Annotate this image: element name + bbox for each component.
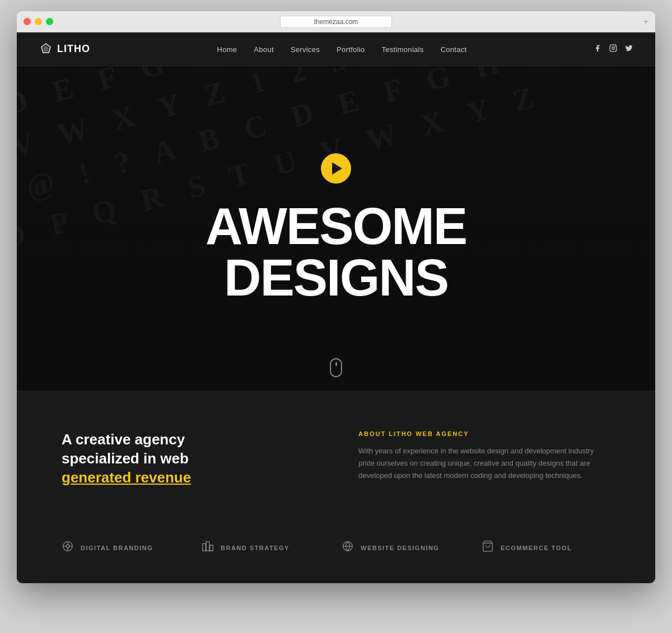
about-left-col: A creative agency specialized in web gen…	[62, 430, 314, 489]
logo-text: LITHO	[57, 43, 90, 55]
tagline-highlight: generated revenue	[62, 469, 191, 486]
social-links	[594, 44, 633, 54]
svg-rect-12	[206, 542, 209, 551]
maximize-button[interactable]	[46, 18, 53, 25]
nav-testimonials[interactable]: Testimonials	[381, 45, 423, 54]
service-label-ecommerce: ECOMMERCE TOOL	[501, 545, 572, 551]
service-item-ecommerce[interactable]: ECOMMERCE TOOL	[482, 540, 610, 555]
service-label-branding: DIGITAL BRANDING	[81, 545, 153, 551]
service-item-strategy[interactable]: BRAND STRATEGY	[202, 540, 330, 555]
svg-point-3	[612, 47, 615, 50]
ecommerce-tool-icon	[482, 540, 495, 555]
expand-icon[interactable]: +	[643, 17, 648, 27]
svg-point-6	[66, 545, 69, 548]
nav-portfolio[interactable]: Portfolio	[337, 45, 365, 54]
scroll-indicator[interactable]	[330, 358, 342, 377]
play-button[interactable]	[321, 153, 351, 184]
navbar: LITHO Home About Services Portfolio Test…	[17, 32, 655, 66]
mouse-dot	[335, 362, 337, 366]
nav-home[interactable]: Home	[217, 45, 237, 54]
service-item-design[interactable]: WEBSITE DESIGNING	[342, 540, 470, 555]
website-designing-icon	[342, 540, 355, 555]
hero-content: AWESOME DESIGNS	[206, 153, 466, 303]
about-tagline: A creative agency specialized in web gen…	[62, 430, 314, 487]
browser-window: themezaa.com + LITHO Home About Services…	[17, 11, 655, 583]
svg-rect-2	[610, 45, 617, 51]
service-label-design: WEBSITE DESIGNING	[361, 545, 439, 551]
nav-contact[interactable]: Contact	[441, 45, 467, 54]
twitter-icon[interactable]	[625, 44, 633, 54]
hero-title: AWESOME DESIGNS	[206, 200, 466, 303]
nav-services[interactable]: Services	[291, 45, 320, 54]
url-bar[interactable]: themezaa.com	[280, 16, 392, 28]
browser-titlebar: themezaa.com +	[17, 11, 655, 32]
svg-rect-11	[203, 544, 206, 551]
brand-strategy-icon	[202, 540, 215, 555]
hero-section: AWESOME DESIGNS	[17, 66, 655, 391]
logo[interactable]: LITHO	[39, 43, 90, 56]
svg-marker-1	[43, 45, 49, 51]
tagline-line1: A creative agency	[62, 431, 185, 448]
tagline-line2: specialized in web	[62, 450, 189, 467]
nav-about[interactable]: About	[254, 45, 273, 54]
about-right-col: ABOUT LITHO WEB AGENCY With years of exp…	[358, 430, 610, 489]
about-section: A creative agency specialized in web gen…	[17, 391, 655, 523]
logo-icon	[39, 43, 53, 56]
svg-rect-13	[210, 546, 213, 551]
services-strip: DIGITAL BRANDING BRAND STRATEGY WEBSITE …	[17, 523, 655, 583]
hero-title-line2: DESIGNS	[224, 249, 448, 306]
facebook-icon[interactable]	[594, 44, 601, 54]
service-item-branding[interactable]: DIGITAL BRANDING	[62, 540, 190, 555]
hero-title-line1: AWESOME	[206, 198, 466, 255]
close-button[interactable]	[24, 18, 31, 25]
instagram-icon[interactable]	[609, 44, 617, 54]
about-label: ABOUT LITHO WEB AGENCY	[358, 430, 610, 437]
svg-point-4	[614, 46, 615, 47]
site-content: LITHO Home About Services Portfolio Test…	[17, 32, 655, 583]
nav-menu: Home About Services Portfolio Testimonia…	[217, 44, 466, 54]
mouse-icon	[330, 358, 342, 377]
service-label-strategy: BRAND STRATEGY	[221, 545, 290, 551]
about-description: With years of experience in the website …	[358, 445, 610, 482]
digital-branding-icon	[62, 540, 75, 555]
minimize-button[interactable]	[35, 18, 42, 25]
play-icon	[332, 162, 342, 175]
